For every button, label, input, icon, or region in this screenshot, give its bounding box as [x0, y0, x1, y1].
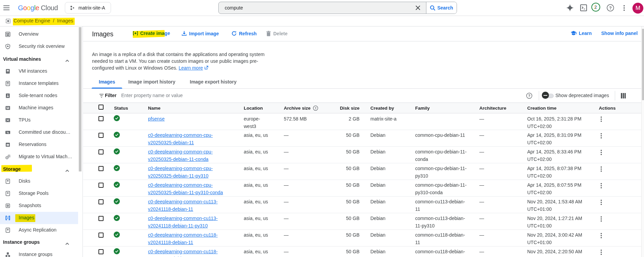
svg-text:?: ?	[315, 107, 317, 110]
svg-text:?: ?	[609, 6, 612, 11]
svg-text:%: %	[6, 131, 9, 134]
svg-text:?: ?	[528, 94, 530, 98]
